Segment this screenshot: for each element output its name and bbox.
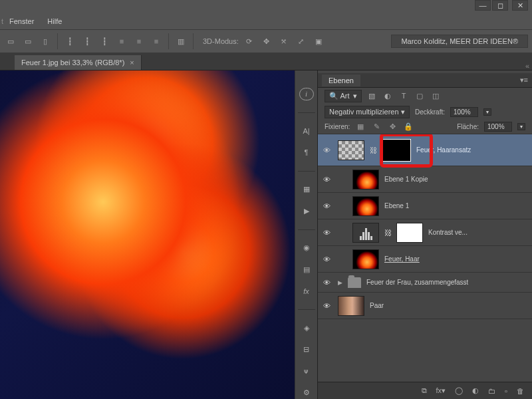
move-icon[interactable]: ⤧ — [277, 35, 291, 48]
lock-brush-icon[interactable]: ✎ — [371, 122, 382, 132]
layer-thumbnail[interactable] — [338, 140, 364, 160]
lock-transparency-icon[interactable]: ▦ — [355, 122, 366, 132]
fill-input[interactable]: 100% — [484, 122, 512, 132]
expand-group-icon[interactable]: ▶ — [338, 279, 342, 286]
paragraph-icon[interactable]: ¶ — [299, 146, 314, 159]
canvas-area[interactable] — [0, 70, 295, 399]
workspace-switcher[interactable]: Marco Kolditz, MEER DER IDEEN® — [391, 35, 528, 48]
brush-icon[interactable]: ᴪ — [299, 365, 314, 378]
adjustment-icon[interactable] — [352, 223, 379, 243]
close-window-button[interactable]: ✕ — [512, 0, 528, 11]
layers-dock-icon[interactable]: ▦ — [299, 184, 314, 196]
add-mask-icon[interactable]: ◯ — [455, 386, 463, 395]
filter-adjust-icon[interactable]: ◐ — [382, 90, 394, 102]
close-tab-icon[interactable]: × — [130, 59, 134, 66]
align-icon[interactable]: ▭ — [4, 35, 17, 48]
new-group-icon[interactable]: 🗀 — [488, 387, 495, 395]
fill-flyout-icon[interactable]: ▾ — [517, 123, 525, 130]
layer-row[interactable]: 👁 Paar — [318, 293, 532, 319]
maximize-button[interactable]: ◻ — [492, 0, 508, 11]
layer-name[interactable]: Ebene 1 — [384, 202, 409, 209]
visibility-icon[interactable]: 👁 — [323, 279, 332, 287]
options-bar: ▭ ▭ ▯ ┇ ┇ ┇ ≡ ≡ ≡ ▥ 3D-Modus: ⟳ ✥ ⤧ ⤢ ▣ … — [0, 29, 532, 53]
layer-name[interactable]: Feuer, Haaransatz — [416, 146, 471, 154]
panel-menu-icon[interactable]: ▾≡ — [516, 76, 532, 84]
visibility-icon[interactable]: 👁 — [323, 202, 332, 210]
layer-fx-icon[interactable]: fx▾ — [436, 386, 446, 395]
layer-thumbnail[interactable] — [352, 196, 379, 216]
layer-name[interactable]: Ebene 1 Kopie — [384, 176, 428, 183]
gear-icon[interactable]: ⚙ — [299, 387, 314, 399]
layer-name[interactable]: Kontrast ve... — [428, 229, 467, 236]
orbit-icon[interactable]: ⟳ — [243, 35, 256, 48]
layer-thumbnail[interactable] — [352, 249, 379, 269]
visibility-icon[interactable]: 👁 — [323, 302, 332, 310]
swatches-icon[interactable]: ◉ — [299, 242, 314, 255]
delete-layer-icon[interactable]: 🗑 — [517, 387, 524, 395]
layer-name[interactable]: Feuer, Haar — [384, 255, 420, 263]
visibility-icon[interactable]: 👁 — [323, 229, 332, 237]
distribute-icon[interactable]: ≡ — [150, 35, 163, 48]
histogram-icon[interactable]: ⊟ — [299, 343, 314, 356]
filter-type-icon[interactable]: T — [398, 90, 410, 102]
layer-name[interactable]: Paar — [370, 302, 384, 309]
opacity-label: Deckkraft: — [415, 108, 445, 116]
filter-kind-dropdown[interactable]: 🔍 Art▾ — [325, 90, 362, 102]
scale-icon[interactable]: ⤢ — [295, 35, 308, 48]
arrange-icon[interactable]: ▥ — [174, 35, 188, 48]
visibility-icon[interactable]: 👁 — [323, 255, 332, 263]
link-layers-icon[interactable]: ⧉ — [422, 386, 427, 395]
layer-thumbnail[interactable] — [352, 170, 379, 190]
folder-icon — [348, 277, 361, 288]
distribute-icon[interactable]: ┇ — [63, 35, 76, 48]
window-titlebar: — ◻ ✕ — [0, 0, 532, 13]
layer-mask-thumbnail[interactable] — [396, 223, 423, 243]
filter-shape-icon[interactable]: ▢ — [414, 90, 426, 102]
document-tab[interactable]: Feuer 1.jpg bei 33,3% (RGB/8*) × — [15, 55, 142, 70]
opacity-flyout-icon[interactable]: ▾ — [483, 108, 491, 116]
fill-label: Fläche: — [457, 123, 479, 130]
camera-icon[interactable]: ▣ — [312, 35, 325, 48]
distribute-icon[interactable]: ┇ — [80, 35, 94, 48]
align-icon[interactable]: ▯ — [39, 35, 52, 48]
new-layer-icon[interactable]: ▫ — [505, 387, 507, 395]
layer-name[interactable]: Feuer der Frau, zusammengefasst — [366, 279, 468, 286]
navigator-icon[interactable]: ◈ — [299, 322, 314, 334]
distribute-icon[interactable]: ┇ — [98, 35, 111, 48]
styles-icon[interactable]: fx — [299, 285, 314, 298]
actions-icon[interactable]: ▶ — [299, 205, 314, 217]
layer-row[interactable]: 👁 Ebene 1 — [318, 193, 532, 219]
link-mask-icon[interactable]: ⛓ — [370, 146, 376, 154]
layer-thumbnail[interactable] — [338, 296, 364, 316]
layer-mask-thumbnail[interactable] — [382, 139, 411, 162]
layers-footer: ⧉ fx▾ ◯ ◐ 🗀 ▫ 🗑 — [318, 382, 532, 399]
filter-pixel-icon[interactable]: ▧ — [366, 90, 378, 102]
lock-all-icon[interactable]: 🔒 — [403, 122, 414, 132]
layer-group-row[interactable]: 👁 ▶ Feuer der Frau, zusammengefasst — [318, 273, 532, 293]
lock-label: Fixieren: — [325, 123, 350, 130]
new-adjustment-icon[interactable]: ◐ — [472, 386, 479, 395]
layer-row[interactable]: 👁 ⛓ Feuer, Haaransatz — [318, 134, 532, 166]
color-icon[interactable]: ▤ — [299, 263, 314, 276]
align-icon[interactable]: ▭ — [21, 35, 35, 48]
distribute-icon[interactable]: ≡ — [132, 35, 146, 48]
layer-row[interactable]: 👁 Ebene 1 Kopie — [318, 166, 532, 193]
visibility-icon[interactable]: 👁 — [323, 176, 332, 184]
layer-row[interactable]: 👁 Feuer, Haar — [318, 246, 532, 273]
minimize-button[interactable]: — — [475, 0, 491, 11]
link-mask-icon[interactable]: ⛓ — [384, 229, 391, 237]
menu-fenster[interactable]: Fenster — [3, 15, 41, 28]
blend-mode-dropdown[interactable]: Negativ multiplizieren▾ — [325, 106, 410, 118]
layers-tab[interactable]: Ebenen — [322, 74, 360, 86]
collapse-panels-icon[interactable]: « — [523, 62, 532, 70]
opacity-input[interactable]: 100% — [450, 107, 478, 117]
distribute-icon[interactable]: ≡ — [115, 35, 128, 48]
menu-hilfe[interactable]: Hilfe — [41, 15, 68, 28]
visibility-icon[interactable]: 👁 — [323, 146, 332, 154]
lock-position-icon[interactable]: ✥ — [387, 122, 398, 132]
character-icon[interactable]: A| — [299, 125, 314, 138]
filter-smart-icon[interactable]: ◫ — [430, 90, 442, 102]
pan-icon[interactable]: ✥ — [260, 35, 273, 48]
layer-row[interactable]: 👁 ⛓ Kontrast ve... — [318, 219, 532, 246]
info-icon[interactable]: i — [299, 88, 314, 100]
